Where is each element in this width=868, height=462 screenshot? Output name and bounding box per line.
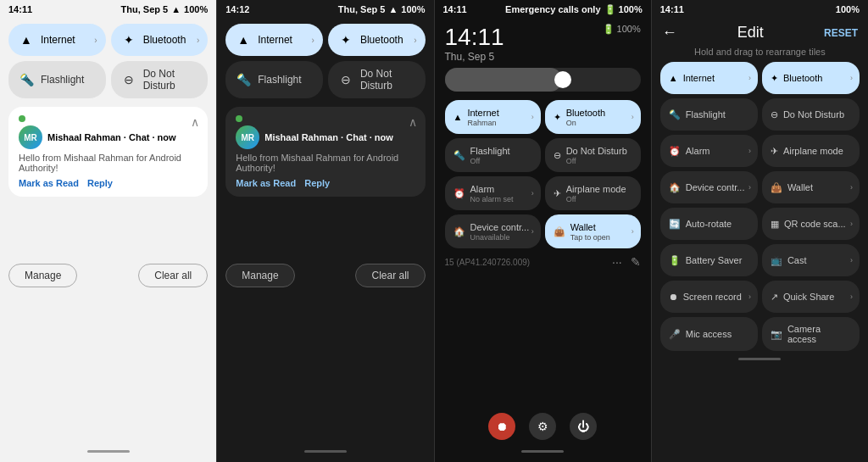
- tile-bluetooth-exp-3[interactable]: ✦ BluetoothOn ›: [545, 100, 641, 134]
- reply-btn-2[interactable]: Reply: [304, 178, 330, 188]
- empty-space-1: [0, 294, 216, 444]
- tile-internet-edit[interactable]: ▲ Internet ›: [660, 62, 758, 94]
- settings-btn-3[interactable]: ⚙: [529, 413, 556, 440]
- tile-internet-exp-3[interactable]: ▲ InternetRahman ›: [445, 100, 541, 134]
- alarm-icon: ⏰: [669, 146, 681, 157]
- record-btn-3[interactable]: ⏺: [488, 413, 515, 440]
- tile-dnd-label-2: Do Not Disturb: [360, 68, 415, 92]
- tile-flashlight-1[interactable]: 🔦 Flashlight: [8, 61, 106, 98]
- flashlight-icon: 🔦: [19, 73, 34, 86]
- edit-tiles-4: ▲ Internet › ✦ Bluetooth › 🔦 Flashlight …: [652, 62, 868, 351]
- tile-alarm-exp-3[interactable]: ⏰ AlarmNo alarm set ›: [445, 176, 541, 210]
- tile-airplane-edit[interactable]: ✈ Airplane mode: [762, 135, 860, 167]
- tile-dnd-1[interactable]: ⊖ Do Not Disturb: [111, 61, 209, 98]
- battery-3: 🔋 100%: [604, 4, 643, 15]
- tile-dnd-2[interactable]: ⊖ Do Not Disturb: [328, 61, 426, 98]
- footer-icons-3: ··· ✎: [612, 255, 641, 269]
- qs-time-3: 14:11: [445, 24, 504, 51]
- chevron-icon: ›: [850, 292, 853, 301]
- tile-dnd-exp-3[interactable]: ⊖ Do Not DisturbOff: [545, 138, 641, 172]
- manage-btn-1[interactable]: Manage: [8, 264, 77, 287]
- screen-record-icon: ⏺: [669, 292, 678, 302]
- status-time-2: 14:12: [225, 4, 249, 14]
- tile-mic-edit[interactable]: 🎤 Mic access: [660, 317, 758, 351]
- status-bar-4: 14:11 100%: [652, 0, 868, 19]
- clear-all-btn-1[interactable]: Clear all: [138, 264, 208, 287]
- status-right-3: Emergency calls only 🔋 100%: [505, 4, 643, 15]
- edit-header-4: ← Edit RESET: [652, 19, 868, 45]
- tile-autorotate-edit[interactable]: 🔄 Auto-rotate: [660, 208, 758, 240]
- tile-airplane-exp-3[interactable]: ✈ Airplane modeOff: [545, 176, 641, 210]
- tile-alarm-exp-sub-3: No alarm set: [470, 195, 514, 203]
- tile-bluetooth-exp-sub-3: On: [566, 119, 605, 127]
- tile-internet-1[interactable]: ▲ Internet ›: [8, 24, 106, 56]
- expand-icon-2[interactable]: ∧: [409, 115, 417, 129]
- notif-card-2[interactable]: MR Mishaal Rahman · Chat · now ∧ Hello f…: [225, 107, 425, 197]
- tile-airplane-exp-sub-3: Off: [566, 195, 626, 203]
- action-icons-3: ⏺ ⚙ ⏻: [435, 408, 651, 443]
- battery-4: 100%: [836, 4, 860, 14]
- expand-icon-1[interactable]: ∧: [191, 115, 199, 129]
- back-icon-4[interactable]: ←: [662, 24, 677, 42]
- tile-flashlight-edit[interactable]: 🔦 Flashlight: [660, 98, 758, 131]
- tile-flashlight-exp-3[interactable]: 🔦 FlashlightOff: [445, 138, 541, 172]
- mic-icon: 🎤: [669, 329, 681, 340]
- tile-device-exp-3[interactable]: 🏠 Device contr...Unavailable ›: [445, 214, 541, 248]
- tile-internet-2[interactable]: ▲ Internet ›: [225, 24, 323, 56]
- tile-wallet-edit[interactable]: 👜 Wallet ›: [762, 171, 860, 203]
- reset-btn-4[interactable]: RESET: [824, 27, 858, 39]
- bluetooth-icon: ✦: [121, 33, 136, 47]
- tile-device-edit[interactable]: 🏠 Device contr... ›: [660, 171, 758, 203]
- battery-1: 100%: [184, 4, 208, 14]
- tile-flashlight-2[interactable]: 🔦 Flashlight: [225, 61, 323, 98]
- notif-sender-1: Mishaal Rahman · Chat · now: [47, 132, 198, 142]
- status-time-1: 14:11: [8, 4, 32, 14]
- tile-bluetooth-edit[interactable]: ✦ Bluetooth ›: [762, 62, 860, 94]
- reply-btn-1[interactable]: Reply: [87, 178, 113, 188]
- tile-bluetooth-1[interactable]: ✦ Bluetooth ›: [111, 24, 209, 56]
- tile-internet-exp-sub-3: Rahman: [467, 119, 498, 127]
- mark-read-btn-1[interactable]: Mark as Read: [19, 178, 79, 188]
- panel-4: 14:11 100% ← Edit RESET Hold and drag to…: [652, 0, 868, 462]
- tile-dnd-edit[interactable]: ⊖ Do Not Disturb: [762, 98, 860, 131]
- tile-cast-edit-label: Cast: [787, 255, 807, 265]
- tile-wallet-exp-3[interactable]: 👜 WalletTap to open ›: [545, 214, 641, 248]
- qs-time-date: 14:11 Thu, Sep 5: [445, 24, 504, 63]
- chevron-icon: ›: [531, 227, 534, 236]
- power-btn-3[interactable]: ⏻: [570, 413, 597, 440]
- mark-read-btn-2[interactable]: Mark as Read: [236, 178, 296, 188]
- manage-btn-2[interactable]: Manage: [225, 264, 294, 287]
- tile-battery-edit-label: Battery Saver: [686, 255, 743, 265]
- tile-flashlight-label-2: Flashlight: [258, 74, 301, 86]
- camera-icon: 📷: [771, 329, 782, 340]
- status-date-1: Thu, Sep 5: [121, 4, 169, 14]
- notif-actions-2: Mark as Read Reply: [236, 178, 415, 188]
- tile-dnd-edit-label: Do Not Disturb: [783, 109, 844, 120]
- chevron-icon: ›: [748, 292, 751, 301]
- tile-bluetooth-2[interactable]: ✦ Bluetooth ›: [328, 24, 426, 56]
- chevron-icon: ›: [632, 113, 634, 121]
- bluetooth-icon: ✦: [771, 73, 778, 84]
- tile-screen-edit[interactable]: ⏺ Screen record ›: [660, 281, 758, 313]
- status-time-3: 14:11: [443, 4, 467, 14]
- bluetooth-icon: ✦: [338, 33, 353, 47]
- notif-app-label-1: [19, 115, 198, 122]
- edit-icon-3[interactable]: ✎: [631, 255, 641, 269]
- tile-internet-label-2: Internet: [258, 34, 292, 46]
- dots-icon-3: ···: [612, 255, 622, 269]
- notif-area-2: MR Mishaal Rahman · Chat · now ∧ Hello f…: [217, 103, 433, 260]
- tile-share-edit-label: Quick Share: [783, 292, 835, 302]
- tile-alarm-edit[interactable]: ⏰ Alarm ›: [660, 135, 758, 167]
- clear-all-btn-2[interactable]: Clear all: [355, 264, 425, 287]
- tile-qr-edit[interactable]: ▦ QR code sca... ›: [762, 208, 860, 240]
- tile-battery-edit[interactable]: 🔋 Battery Saver: [660, 244, 758, 276]
- tile-cast-edit[interactable]: 📺 Cast ›: [762, 244, 860, 276]
- tile-camera-edit[interactable]: 📷 Camera access: [762, 317, 860, 351]
- tile-device-exp-sub-3: Unavailable: [470, 233, 530, 242]
- wallet-icon: 👜: [554, 226, 565, 237]
- tile-share-edit[interactable]: ↗ Quick Share ›: [762, 281, 860, 313]
- brightness-slider-3[interactable]: [445, 68, 641, 92]
- notif-card-1[interactable]: MR Mishaal Rahman · Chat · now ∧ Hello f…: [8, 107, 208, 197]
- cast-icon: 📺: [771, 255, 782, 266]
- alarm-icon: ⏰: [453, 188, 465, 199]
